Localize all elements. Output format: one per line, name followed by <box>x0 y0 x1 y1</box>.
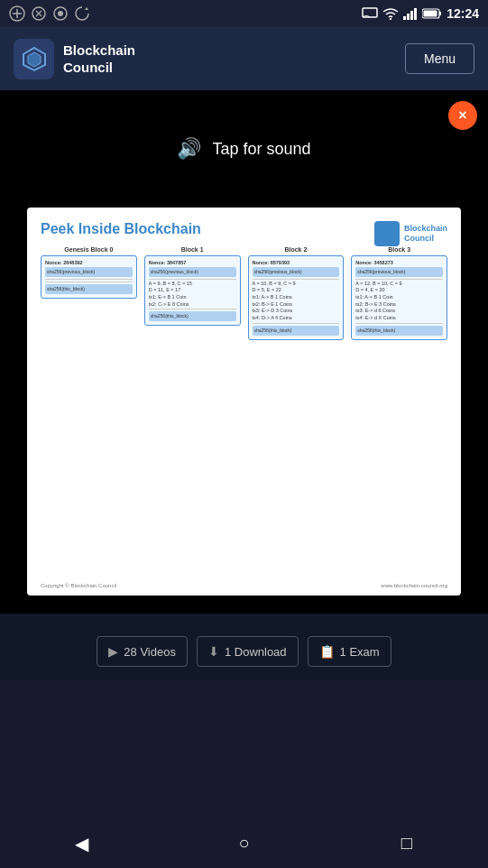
bottom-section: ▶28 Videos⬇1 Download📋1 Exam <box>0 614 488 680</box>
slide-wrapper: Peek Inside Blockchain Blockchain Counci… <box>27 208 461 596</box>
stat-badge-1[interactable]: ⬇1 Download <box>197 636 299 667</box>
block-item-2: Block 2Nonce: 8579393sha256(previous_blo… <box>248 246 345 340</box>
home-button[interactable]: ○ <box>226 826 262 862</box>
slide-logo-box <box>374 221 400 246</box>
cast-icon <box>362 7 378 20</box>
logo-icon <box>14 39 54 79</box>
header: Blockchain Council Menu <box>0 27 488 90</box>
slide-logo: Blockchain Council <box>374 221 447 246</box>
status-time: 12:24 <box>447 6 479 21</box>
block-box-0: Nonce: 2648392sha256(previous_block)sha2… <box>41 255 137 299</box>
stat-icon-1: ⬇ <box>208 644 219 659</box>
stat-badge-0[interactable]: ▶28 Videos <box>97 636 188 667</box>
status-bar: 12:24 <box>0 0 488 27</box>
stat-badge-2[interactable]: 📋1 Exam <box>308 636 391 667</box>
app-icon-3 <box>52 5 69 22</box>
stat-icon-2: 📋 <box>319 644 335 659</box>
video-container: × 🔊 Tap for sound Peek Inside Blockchain… <box>0 90 488 614</box>
blockchain-diagram: Genesis Block 0Nonce: 2648392sha256(prev… <box>41 246 447 340</box>
logo-area: Blockchain Council <box>14 39 135 79</box>
block-box-3: Nonce: 3456273sha256(previous_block)A = … <box>351 255 447 340</box>
logo-text: Blockchain Council <box>63 42 135 77</box>
stat-icon-0: ▶ <box>108 644 118 659</box>
close-button[interactable]: × <box>448 101 477 130</box>
footer-right: www.blockchain-council.org <box>381 583 447 588</box>
block-label-1: Block 1 <box>144 246 241 253</box>
stat-label-0: 28 Videos <box>124 645 176 659</box>
block-item-3: Block 3Nonce: 3456273sha256(previous_blo… <box>351 246 447 340</box>
content-area: × 🔊 Tap for sound Peek Inside Blockchain… <box>0 90 488 680</box>
tap-for-sound-text: Tap for sound <box>212 140 310 159</box>
app-icon-2 <box>31 5 47 22</box>
svg-rect-8 <box>410 11 413 20</box>
block-label-2: Block 2 <box>248 246 345 253</box>
block-label-3: Block 3 <box>351 246 447 253</box>
svg-rect-11 <box>424 11 437 17</box>
status-icons <box>9 5 90 22</box>
svg-rect-9 <box>414 8 417 20</box>
sound-overlay[interactable]: 🔊 Tap for sound <box>0 90 488 208</box>
back-button[interactable]: ◀ <box>63 826 99 862</box>
block-box-1: Nonce: 3847857sha256(previous_block)A = … <box>144 255 241 326</box>
app-icon-1 <box>9 5 25 22</box>
slide-logo-text: Blockchain Council <box>404 224 447 244</box>
stat-label-1: 1 Download <box>225 645 287 659</box>
stats-row: ▶28 Videos⬇1 Download📋1 Exam <box>9 636 479 667</box>
menu-button[interactable]: Menu <box>405 43 474 74</box>
svg-point-3 <box>58 11 63 16</box>
stat-label-2: 1 Exam <box>340 645 380 659</box>
slide-footer: Copyright © Blockchain Council www.block… <box>41 583 447 588</box>
svg-rect-7 <box>407 14 410 20</box>
nav-bar: ◀ ○ □ <box>0 818 488 868</box>
block-box-2: Nonce: 8579393sha256(previous_block)A = … <box>248 255 345 340</box>
svg-point-5 <box>390 18 391 20</box>
sound-icon: 🔊 <box>177 137 201 161</box>
status-right: 12:24 <box>362 6 479 21</box>
signal-icon <box>403 7 418 20</box>
svg-marker-13 <box>28 52 41 67</box>
recents-button[interactable]: □ <box>389 826 425 862</box>
wifi-icon <box>382 7 399 20</box>
block-label-0: Genesis Block 0 <box>41 246 137 253</box>
footer-left: Copyright © Blockchain Council <box>41 583 116 588</box>
svg-rect-6 <box>403 16 406 20</box>
app-icon-4 <box>74 5 90 22</box>
battery-icon <box>422 8 442 19</box>
block-item-0: Genesis Block 0Nonce: 2648392sha256(prev… <box>41 246 137 340</box>
block-item-1: Block 1Nonce: 3847857sha256(previous_blo… <box>144 246 241 340</box>
